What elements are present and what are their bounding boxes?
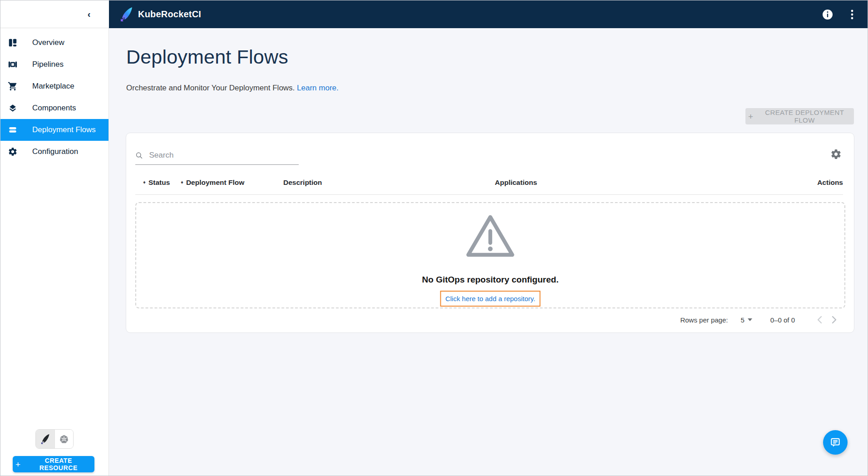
learn-more-link[interactable]: Learn more. [297, 84, 339, 92]
deployment-flows-icon [7, 124, 18, 135]
column-label: Description [283, 178, 322, 187]
kubernetes-wheel-icon [59, 434, 69, 444]
page-subtitle: Orchestrate and Monitor Your Deployment … [126, 84, 339, 93]
deployment-flows-card: ▲▼ Status ▲▼ Deployment Flow Description… [126, 133, 854, 333]
sidebar-item-components[interactable]: Components [0, 97, 108, 119]
search-field [135, 150, 299, 165]
gear-icon [7, 146, 18, 157]
plus-icon: + [15, 460, 21, 469]
column-label: Deployment Flow [186, 178, 244, 187]
table-header-row: ▲▼ Status ▲▼ Deployment Flow Description… [135, 175, 843, 190]
pipelines-icon [7, 59, 18, 70]
brand: KubeRocketCI [120, 7, 201, 22]
column-header-status[interactable]: ▲▼ Status [143, 178, 180, 187]
rocket-feather-logo-icon [120, 7, 133, 22]
column-header-deployment-flow[interactable]: ▲▼ Deployment Flow [180, 178, 283, 187]
create-deployment-flow-label: CREATE DEPLOYMENT FLOW [758, 109, 852, 124]
column-header-description: Description [283, 178, 495, 187]
info-button[interactable] [820, 7, 835, 22]
kebab-menu-button[interactable] [845, 7, 859, 22]
chevron-left-icon [817, 316, 822, 324]
table-settings-button[interactable] [829, 147, 843, 161]
table-header-divider [135, 194, 843, 195]
sort-icon[interactable]: ▲▼ [180, 182, 184, 183]
annotation-highlight-box: Click here to add a repository. [440, 291, 541, 307]
brand-name: KubeRocketCI [138, 9, 201, 20]
rows-per-page-label: Rows per page: [680, 316, 728, 324]
quill-icon [40, 434, 50, 445]
info-icon [822, 9, 833, 20]
create-resource-button[interactable]: + CREATE RESOURCE [13, 456, 94, 472]
sidebar-header: ‹ [0, 0, 109, 28]
plus-icon: + [748, 112, 754, 121]
column-label: Actions [817, 178, 843, 187]
search-input[interactable] [148, 150, 299, 160]
chevron-left-icon: ‹ [88, 9, 91, 19]
pagination: Rows per page: 5 0–0 of 0 [680, 312, 841, 327]
empty-state: No GitOps repository configured. Click h… [135, 202, 845, 308]
chevron-down-icon [748, 318, 752, 321]
sidebar-item-pipelines[interactable]: Pipelines [0, 54, 108, 75]
kebab-menu-icon [848, 10, 857, 20]
kuberocketci-view-toggle[interactable] [36, 430, 54, 448]
sort-icon[interactable]: ▲▼ [143, 182, 146, 183]
rows-per-page-value: 5 [740, 316, 744, 324]
sidebar-item-label: Deployment Flows [32, 125, 96, 134]
column-header-applications: Applications [495, 178, 817, 187]
topbar: KubeRocketCI [109, 0, 868, 28]
app-window: ‹ KubeRocketCI [0, 0, 868, 476]
add-repository-link[interactable]: Click here to add a repository. [445, 295, 535, 302]
sidebar-item-label: Components [32, 104, 76, 113]
column-label: Applications [495, 178, 537, 187]
sidebar-item-label: Configuration [32, 147, 78, 156]
sidebar-item-overview[interactable]: Overview [0, 32, 108, 54]
warning-triangle-icon [465, 213, 516, 258]
column-label: Status [148, 178, 170, 187]
rows-per-page-select[interactable]: 5 [740, 316, 752, 324]
empty-state-title: No GitOps repository configured. [136, 275, 844, 285]
create-resource-label: CREATE RESOURCE [25, 457, 92, 471]
layers-icon [7, 103, 18, 114]
column-header-actions: Actions [817, 178, 843, 187]
sidebar-item-label: Overview [32, 38, 64, 47]
view-toggle-group [35, 429, 74, 449]
next-page-button[interactable] [827, 312, 841, 327]
sidebar-item-marketplace[interactable]: Marketplace [0, 75, 108, 97]
search-icon [135, 151, 143, 160]
page-subtitle-text: Orchestrate and Monitor Your Deployment … [126, 84, 295, 92]
sidebar-item-configuration[interactable]: Configuration [0, 141, 108, 163]
shopping-cart-icon [7, 81, 18, 92]
sidebar: Overview Pipelines Marketplace Component… [0, 28, 109, 476]
create-deployment-flow-button[interactable]: + CREATE DEPLOYMENT FLOW [745, 108, 854, 124]
previous-page-button[interactable] [812, 312, 827, 327]
pagination-range: 0–0 of 0 [770, 316, 795, 324]
page-title: Deployment Flows [126, 46, 288, 68]
overview-icon [7, 37, 18, 48]
collapse-sidebar-button[interactable]: ‹ [82, 7, 96, 21]
chat-bubble-icon [829, 436, 841, 448]
sidebar-item-deployment-flows[interactable]: Deployment Flows [0, 119, 108, 141]
sidebar-item-label: Pipelines [32, 60, 64, 69]
table-settings-gear-icon [830, 149, 842, 160]
kubernetes-view-toggle[interactable] [54, 430, 73, 448]
chat-fab-button[interactable] [823, 430, 848, 455]
sidebar-item-label: Marketplace [32, 82, 74, 91]
chevron-right-icon [832, 316, 837, 324]
